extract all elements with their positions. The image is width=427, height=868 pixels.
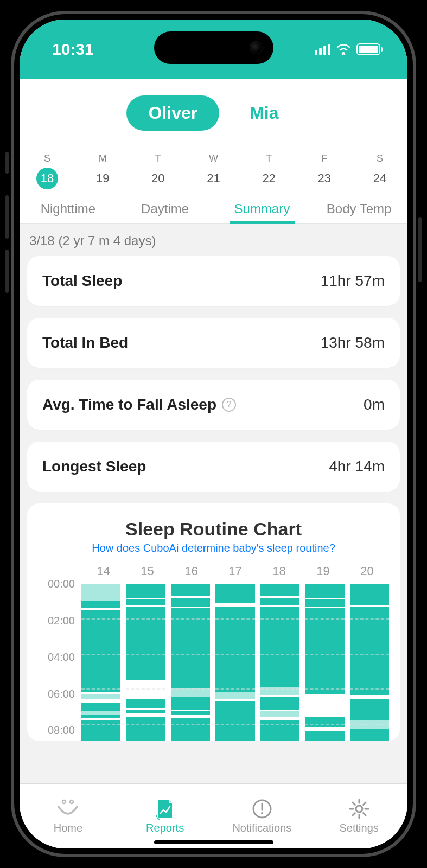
day-letter: T [130, 153, 186, 164]
nav-label: Notifications [232, 822, 291, 834]
sleep-block [126, 710, 165, 713]
chart-x-label: 17 [213, 564, 257, 578]
chart-col-17 [215, 584, 254, 741]
svg-line-14 [353, 813, 355, 816]
sleep-block [350, 607, 389, 695]
stat-longest-sleep[interactable]: Longest Sleep 4hr 14m [27, 442, 400, 492]
day-19[interactable]: M19 [75, 153, 130, 189]
stat-label: Avg. Time to Fall Asleep ? [42, 396, 236, 413]
sleep-block [81, 694, 120, 699]
chart-y-label: 00:00 [38, 578, 81, 589]
chart-y-label: 06:00 [38, 688, 81, 699]
sleep-block [126, 599, 165, 605]
profile-pill-mia[interactable]: Mia [228, 95, 300, 131]
chart-x-label: 15 [125, 564, 169, 578]
stat-value: 0m [364, 396, 385, 413]
sleep-block [126, 584, 165, 598]
day-24[interactable]: S24 [352, 153, 407, 189]
chart-x-label: 16 [169, 564, 213, 578]
nav-settings[interactable]: Settings [310, 784, 407, 848]
sleep-block [350, 699, 389, 720]
sleep-block [81, 601, 120, 608]
sleep-block [350, 729, 389, 741]
day-18[interactable]: S18 [20, 153, 75, 189]
sleep-block [260, 598, 299, 605]
tab-body-temp[interactable]: Body Temp [310, 194, 407, 223]
chart-title: Sleep Routine Chart [38, 519, 389, 540]
sleep-routine-chart: 14151617181920 00:0002:0004:0006:0008:00 [38, 564, 389, 741]
day-number: 20 [147, 168, 169, 189]
chart-subtitle-link[interactable]: How does CuboAi determine baby's sleep r… [38, 542, 389, 554]
nav-notifications[interactable]: Notifications [214, 784, 311, 848]
sleep-block [171, 608, 210, 688]
nav-home[interactable]: Home [20, 784, 117, 848]
stat-value: 4hr 14m [329, 458, 385, 475]
chart-y-label: 02:00 [38, 615, 81, 626]
dynamic-island [154, 31, 273, 64]
stat-label: Total Sleep [42, 272, 122, 290]
day-22[interactable]: T22 [241, 153, 297, 189]
svg-point-6 [356, 806, 362, 812]
day-letter: T [241, 153, 297, 164]
svg-point-1 [62, 800, 66, 803]
chart-col-15 [126, 584, 165, 741]
sleep-block [305, 584, 344, 598]
day-number: 24 [369, 168, 391, 189]
sleep-block [81, 715, 120, 718]
chart-y-label: 08:00 [38, 725, 81, 736]
chart-x-label: 19 [301, 564, 345, 578]
sleep-block [171, 584, 210, 596]
stat-total-in-bed[interactable]: Total In Bed 13hr 58m [27, 318, 400, 368]
nav-label: Reports [146, 822, 184, 834]
sleep-block [305, 731, 344, 741]
svg-line-11 [353, 802, 355, 805]
sleep-block [126, 717, 165, 741]
day-23[interactable]: F23 [297, 153, 352, 189]
home-indicator[interactable] [154, 840, 273, 844]
sleep-block [81, 610, 120, 692]
day-number: 22 [258, 168, 280, 189]
battery-icon [356, 43, 380, 55]
nav-reports[interactable]: Reports [117, 784, 214, 848]
day-number: 21 [202, 168, 224, 189]
sleep-block [171, 598, 210, 607]
nav-label: Home [54, 822, 82, 834]
tab-daytime[interactable]: Daytime [117, 194, 214, 223]
tab-summary[interactable]: Summary [214, 194, 311, 223]
stat-total-sleep[interactable]: Total Sleep 11hr 57m [27, 256, 400, 306]
svg-line-12 [363, 813, 366, 816]
chart-col-18 [260, 584, 299, 741]
stat-avg-fall-asleep[interactable]: Avg. Time to Fall Asleep ? 0m [27, 380, 400, 430]
day-letter: F [297, 153, 352, 164]
sleep-block [215, 701, 254, 741]
home-icon [55, 798, 80, 820]
sleep-block [81, 703, 120, 711]
sleep-block [171, 697, 210, 710]
sleep-block [260, 711, 299, 717]
day-letter: W [186, 153, 241, 164]
alert-icon [251, 798, 273, 820]
chart-y-label: 04:00 [38, 652, 81, 662]
nav-label: Settings [339, 822, 378, 834]
day-21[interactable]: W21 [186, 153, 241, 189]
svg-point-2 [70, 800, 73, 803]
help-icon[interactable]: ? [222, 398, 236, 412]
svg-point-5 [261, 812, 263, 814]
chart-x-label: 20 [345, 564, 389, 578]
sleep-block [215, 692, 254, 699]
tab-nighttime[interactable]: Nighttime [20, 194, 117, 223]
day-number: 18 [36, 168, 58, 189]
sleep-block [305, 608, 344, 694]
chart-col-14 [81, 584, 120, 741]
sleep-block [260, 584, 299, 596]
stat-label-text: Avg. Time to Fall Asleep [42, 396, 216, 413]
sleep-block [305, 717, 344, 727]
profile-selector: OliverMia [20, 79, 407, 146]
day-20[interactable]: T20 [130, 153, 186, 189]
svg-line-13 [363, 802, 366, 805]
sleep-block [305, 599, 344, 607]
sleep-block [126, 699, 165, 708]
sleep-block [126, 607, 165, 680]
profile-pill-oliver[interactable]: Oliver [126, 95, 219, 131]
day-letter: S [20, 153, 75, 164]
